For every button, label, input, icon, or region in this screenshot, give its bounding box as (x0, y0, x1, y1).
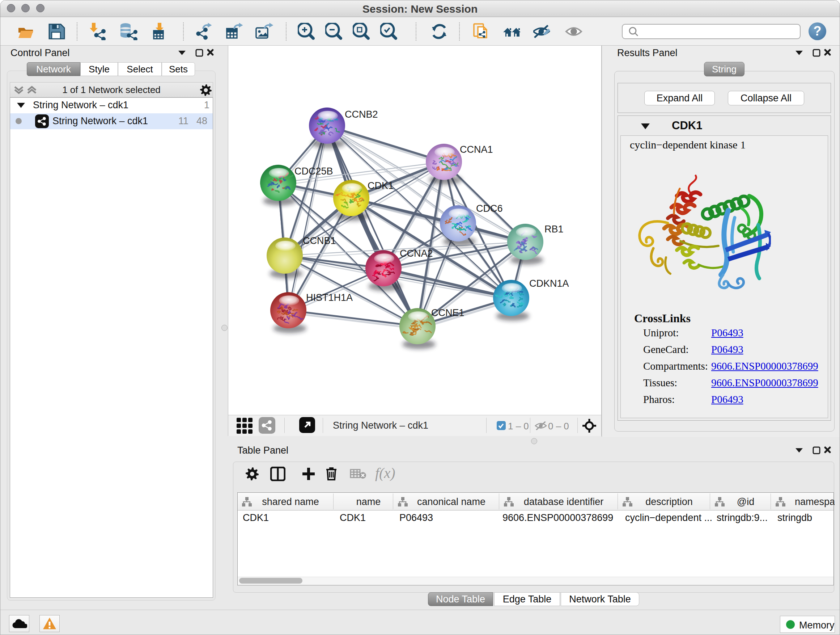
svg-text:HIST1H1A: HIST1H1A (306, 292, 353, 303)
svg-text:CDC6: CDC6 (476, 203, 503, 214)
svg-text:CDKN1A: CDKN1A (529, 278, 569, 289)
svg-text:CCNB2: CCNB2 (345, 109, 378, 120)
svg-text:RB1: RB1 (545, 224, 564, 234)
svg-text:CDK1: CDK1 (368, 180, 393, 191)
svg-text:CCNB1: CCNB1 (303, 235, 336, 246)
svg-text:CCNE1: CCNE1 (431, 307, 464, 318)
svg-text:CCNA2: CCNA2 (400, 248, 433, 259)
svg-text:CDC25B: CDC25B (294, 166, 333, 177)
svg-text:CCNA1: CCNA1 (460, 144, 493, 155)
